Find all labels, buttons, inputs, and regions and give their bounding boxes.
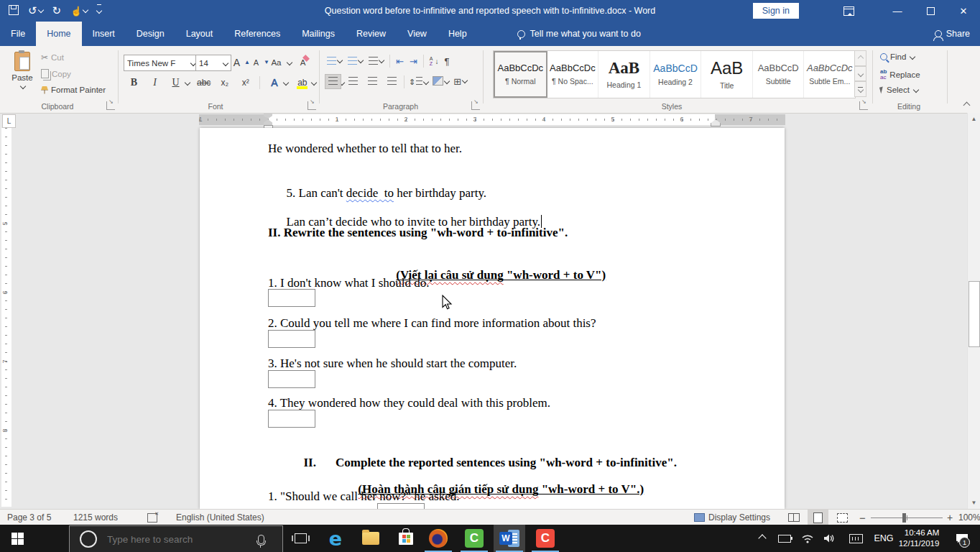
answer-box[interactable] [377, 503, 425, 509]
restore-button[interactable] [914, 0, 947, 22]
zoom-in-button[interactable]: + [947, 510, 953, 525]
styles-scroll-down[interactable] [854, 66, 866, 82]
touch-keyboard-icon[interactable] [845, 525, 866, 552]
taskbar-camtasia-recorder[interactable]: C [530, 525, 561, 552]
style-heading2[interactable]: AaBbCcDHeading 2 [650, 51, 702, 98]
bold-button[interactable]: B [127, 75, 141, 90]
taskbar-word[interactable]: W [494, 525, 525, 552]
select-button[interactable]: Select [880, 86, 918, 94]
zoom-slider-thumb[interactable] [902, 513, 906, 523]
line-spacing-button[interactable]: ⇕ [409, 77, 422, 87]
taskbar-firefox[interactable] [422, 525, 454, 552]
answer-box[interactable] [268, 289, 315, 307]
style-heading1[interactable]: AaBHeading 1 [598, 51, 650, 98]
style-subtle-emphasis[interactable]: AaBbCcDcSubtle Em... [804, 51, 855, 98]
replace-button[interactable]: abacReplace [880, 69, 920, 80]
clipboard-dialog-launcher[interactable] [106, 101, 115, 110]
font-size-select[interactable]: 14 [195, 55, 231, 71]
grow-font-button[interactable]: A▲ [230, 55, 250, 70]
style-subtitle[interactable]: AaBbCcDSubtitle [753, 51, 805, 98]
display-settings-button[interactable]: Display Settings [694, 510, 770, 525]
style-normal[interactable]: AaBbCcDc¶ Normal [494, 51, 547, 98]
taskbar-camtasia[interactable]: C [458, 525, 490, 552]
tab-design[interactable]: Design [126, 22, 175, 46]
superscript-button[interactable]: x² [239, 75, 252, 90]
bullets-button[interactable] [327, 57, 342, 66]
tab-insert[interactable]: Insert [82, 22, 126, 46]
tab-home[interactable]: Home [36, 22, 81, 46]
redo-icon[interactable]: ↻ [52, 5, 62, 17]
style-title[interactable]: AaBTitle [701, 51, 753, 98]
vertical-ruler[interactable]: 5 6 7 8 [1, 128, 11, 507]
paste-button[interactable]: Paste [7, 52, 37, 88]
text-effects-button[interactable]: A [267, 75, 281, 90]
language-indicator[interactable]: English (United States) [176, 510, 264, 525]
vertical-scrollbar[interactable]: ▲ ▼ [967, 113, 980, 509]
tab-help[interactable]: Help [438, 22, 478, 46]
print-layout-button[interactable] [808, 510, 828, 525]
shading-button[interactable] [433, 76, 449, 87]
wifi-icon[interactable] [798, 525, 818, 552]
sign-in-button[interactable]: Sign in [753, 3, 799, 19]
battery-icon[interactable] [775, 525, 795, 552]
start-button[interactable] [0, 525, 34, 552]
action-center-button[interactable]: 1 [950, 525, 974, 552]
clock[interactable]: 10:46 AM12/11/2019 [897, 525, 941, 552]
find-button[interactable]: Find [880, 52, 915, 61]
save-icon[interactable] [9, 5, 19, 17]
taskbar-file-explorer[interactable] [355, 525, 387, 552]
scrollbar-thumb[interactable] [969, 281, 980, 347]
underline-button[interactable]: U [169, 75, 182, 90]
scroll-up-button[interactable]: ▲ [968, 113, 980, 125]
volume-icon[interactable] [819, 525, 839, 552]
justify-button[interactable] [384, 75, 399, 88]
align-left-button[interactable] [325, 74, 341, 89]
align-center-button[interactable] [346, 75, 361, 88]
zoom-level[interactable]: 100% [958, 510, 980, 525]
styles-gallery-more[interactable] [854, 81, 866, 97]
read-mode-button[interactable] [783, 510, 804, 525]
subscript-button[interactable]: x₂ [218, 75, 231, 90]
answer-box[interactable] [268, 410, 315, 428]
strikethrough-button[interactable]: abc [197, 75, 211, 90]
tell-me-box[interactable]: Tell me what you want to do [517, 22, 641, 46]
minimize-button[interactable]: — [881, 0, 914, 22]
multilevel-list-button[interactable] [369, 57, 384, 66]
zoom-out-button[interactable]: − [859, 510, 866, 525]
styles-scroll-up[interactable] [854, 50, 866, 66]
shrink-font-button[interactable]: A▼ [249, 55, 269, 70]
taskbar-store[interactable] [390, 525, 422, 552]
copy-button[interactable]: Copy [41, 69, 71, 78]
increase-indent-button[interactable]: ⇥ [410, 56, 417, 67]
tab-selector[interactable]: L [2, 114, 16, 128]
italic-button[interactable]: I [148, 75, 162, 90]
paragraph-dialog-launcher[interactable] [471, 101, 480, 110]
change-case-button[interactable]: Aa [269, 55, 292, 70]
tray-expand-button[interactable] [753, 525, 772, 552]
touch-mode-button[interactable]: ☝ [70, 5, 88, 17]
borders-button[interactable]: ⊞ [453, 76, 467, 87]
search-input[interactable] [106, 533, 245, 546]
answer-box[interactable] [268, 370, 315, 388]
numbering-button[interactable] [348, 57, 363, 66]
tab-mailings[interactable]: Mailings [291, 22, 346, 46]
tab-review[interactable]: Review [346, 22, 397, 46]
microphone-icon[interactable] [258, 535, 264, 544]
scroll-down-button[interactable]: ▼ [968, 497, 980, 509]
cut-button[interactable]: ✂Cut [41, 52, 64, 63]
collapse-ribbon-button[interactable] [964, 101, 969, 109]
style-no-spacing[interactable]: AaBbCcDc¶ No Spac... [547, 51, 599, 98]
decrease-indent-button[interactable]: ⇤ [396, 56, 404, 67]
font-dialog-launcher[interactable] [308, 101, 316, 110]
share-button[interactable]: Share [935, 22, 970, 46]
tab-view[interactable]: View [397, 22, 438, 46]
language-switcher[interactable]: ENG [871, 525, 897, 552]
tab-file[interactable]: File [0, 22, 36, 46]
font-name-select[interactable]: Times New F [124, 55, 199, 71]
task-view-button[interactable] [285, 525, 316, 552]
format-painter-button[interactable]: Format Painter [41, 86, 106, 94]
web-layout-button[interactable] [832, 510, 853, 525]
styles-dialog-launcher[interactable] [859, 101, 868, 110]
ribbon-display-options-button[interactable] [832, 0, 865, 22]
horizontal-ruler[interactable]: 1 1 2 3 4 5 6 7 [199, 114, 785, 125]
